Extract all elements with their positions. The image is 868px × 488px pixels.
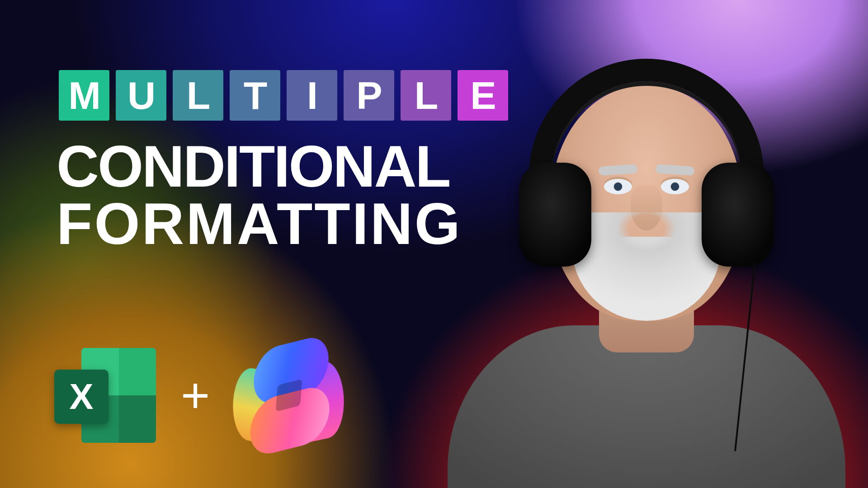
tile-letter: T (230, 70, 280, 121)
word-tiles: M U L T I P L E (59, 70, 508, 121)
excel-letter: X (54, 370, 108, 424)
tile-letter: L (173, 70, 223, 121)
tile-letter: I (287, 70, 337, 121)
headphones-earcup (702, 163, 774, 267)
copilot-icon (235, 346, 343, 445)
head (552, 86, 741, 321)
plus-icon: + (181, 371, 210, 420)
headline-line1: CONDITIONAL (57, 138, 462, 195)
headline: CONDITIONAL FORMATTING (57, 138, 462, 253)
tile-letter: U (116, 70, 166, 121)
headphones-earcup (519, 163, 591, 267)
headline-line2: FORMATTING (57, 195, 462, 253)
excel-icon: X (54, 348, 156, 443)
tile-letter: P (344, 70, 394, 121)
tile-letter: M (59, 70, 109, 121)
presenter-photo (443, 45, 850, 488)
logo-row: X + (54, 346, 343, 445)
